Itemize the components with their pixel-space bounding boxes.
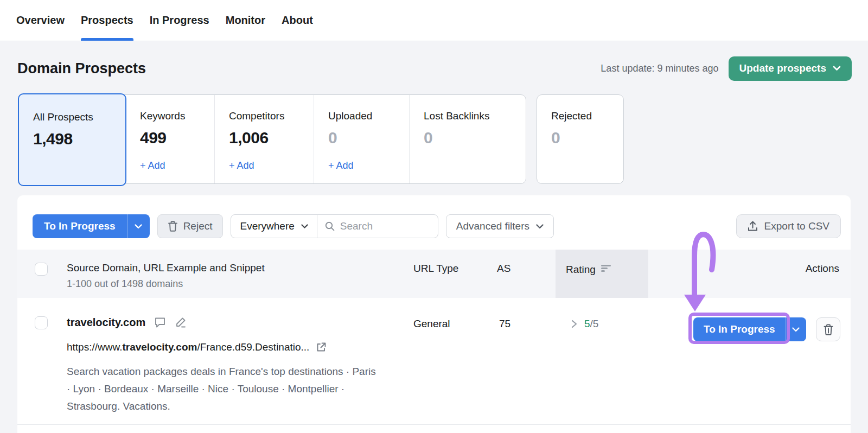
add-uploaded-link[interactable]: + Add — [328, 160, 354, 171]
tab-prospects[interactable]: Prospects — [81, 0, 133, 41]
column-rating-label: Rating — [566, 264, 596, 275]
url-path: /France.d59.Destinatio... — [197, 341, 309, 353]
page-title: Domain Prospects — [17, 60, 146, 77]
export-to-csv-label: Export to CSV — [764, 220, 829, 232]
reject-button[interactable]: Reject — [157, 214, 224, 238]
search-icon — [325, 221, 335, 231]
card-label: Rejected — [551, 110, 623, 122]
top-nav: Overview Prospects In Progress Monitor A… — [0, 0, 868, 41]
search-scope-dropdown[interactable]: Everywhere — [231, 215, 317, 238]
trash-icon — [168, 221, 177, 232]
prospect-cards-row: All Prospects 1,498 Keywords 499 + Add C… — [18, 94, 868, 184]
card-label: Uploaded — [328, 110, 409, 122]
table-row: travelocity.com https://www.travelocity.… — [17, 298, 851, 425]
url-domain: travelocity.com — [122, 341, 197, 353]
row-domain[interactable]: travelocity.com — [67, 316, 145, 329]
table-toolbar: To In Progress Reject Everywhere — [33, 214, 841, 238]
card-count: 0 — [424, 129, 526, 147]
comment-icon[interactable] — [154, 316, 166, 328]
add-competitors-link[interactable]: + Add — [229, 160, 254, 171]
chevron-down-icon — [536, 224, 544, 229]
card-keywords[interactable]: Keywords 499 + Add — [126, 95, 215, 183]
card-label: Competitors — [229, 110, 314, 122]
tab-monitor[interactable]: Monitor — [226, 0, 265, 41]
search-box — [317, 215, 438, 238]
results-range-text: 1-100 out of 1498 domains — [67, 278, 183, 290]
chevron-down-icon — [833, 66, 841, 71]
card-label: Lost Backlinks — [424, 110, 526, 122]
card-uploaded[interactable]: Uploaded 0 + Add — [314, 95, 410, 183]
row-checkbox[interactable] — [35, 316, 48, 329]
row-url[interactable]: https://www.travelocity.com/France.d59.D… — [67, 341, 327, 353]
prospect-card-group: All Prospects 1,498 Keywords 499 + Add C… — [18, 94, 526, 184]
card-count: 499 — [140, 129, 214, 147]
update-prospects-label: Update prospects — [739, 62, 826, 74]
card-rejected[interactable]: Rejected 0 — [537, 94, 624, 184]
tab-overview[interactable]: Overview — [16, 0, 65, 41]
row-to-in-progress-label[interactable]: To In Progress — [693, 317, 786, 341]
advanced-filters-label: Advanced filters — [456, 220, 529, 232]
rating-total: /5 — [590, 318, 599, 329]
search-input[interactable] — [340, 220, 430, 232]
trash-icon — [824, 324, 833, 335]
column-source-domain: Source Domain, URL Example and Snippet — [67, 262, 265, 274]
chevron-down-icon — [301, 224, 308, 229]
search-group: Everywhere — [231, 214, 438, 238]
row-delete-button[interactable] — [816, 317, 840, 341]
to-in-progress-bulk-button[interactable]: To In Progress — [33, 214, 150, 238]
chevron-right-icon[interactable] — [571, 320, 577, 328]
card-count: 0 — [328, 129, 409, 147]
card-count: 0 — [551, 129, 623, 147]
external-link-icon[interactable] — [316, 342, 327, 353]
column-url-type: URL Type — [413, 263, 458, 275]
url-prefix: https://www. — [67, 341, 122, 353]
card-count: 1,498 — [33, 130, 125, 148]
column-as: AS — [497, 263, 510, 275]
upload-icon — [748, 221, 758, 232]
select-all-checkbox[interactable] — [35, 263, 48, 276]
column-rating[interactable]: Rating — [566, 263, 611, 276]
row-rating: 5/5 — [571, 318, 598, 330]
card-label: All Prospects — [33, 111, 125, 123]
rating-score: 5 — [584, 318, 590, 329]
column-actions: Actions — [806, 263, 839, 275]
to-in-progress-bulk-label[interactable]: To In Progress — [33, 214, 127, 238]
table-header-row: Source Domain, URL Example and Snippet 1… — [17, 250, 851, 298]
card-all-prospects[interactable]: All Prospects 1,498 — [18, 93, 126, 186]
tab-about[interactable]: About — [282, 0, 313, 41]
reject-label: Reject — [183, 220, 213, 232]
row-as-score: 75 — [499, 318, 510, 330]
last-update-text: Last update: 9 minutes ago — [601, 63, 718, 74]
edit-pencil-icon[interactable] — [175, 316, 188, 329]
chevron-down-icon[interactable] — [127, 214, 150, 238]
export-to-csv-button[interactable]: Export to CSV — [736, 214, 841, 238]
tab-in-progress[interactable]: In Progress — [150, 0, 209, 41]
row-to-in-progress-button[interactable]: To In Progress — [693, 317, 806, 341]
card-lost-backlinks[interactable]: Lost Backlinks 0 — [410, 95, 526, 183]
sort-descending-icon[interactable] — [601, 263, 611, 275]
row-url-type: General — [413, 318, 450, 330]
card-competitors[interactable]: Competitors 1,006 + Add — [215, 95, 314, 183]
advanced-filters-button[interactable]: Advanced filters — [446, 214, 554, 238]
chevron-down-icon[interactable] — [786, 317, 806, 341]
card-label: Keywords — [140, 110, 214, 122]
add-keywords-link[interactable]: + Add — [140, 160, 165, 171]
prospects-table-card: To In Progress Reject Everywhere — [17, 195, 851, 433]
search-scope-value: Everywhere — [240, 220, 294, 232]
update-prospects-button[interactable]: Update prospects — [729, 56, 852, 81]
card-count: 1,006 — [229, 129, 314, 147]
row-snippet: Search vacation packages deals in France… — [67, 363, 379, 415]
page-header: Domain Prospects Last update: 9 minutes … — [0, 41, 868, 81]
